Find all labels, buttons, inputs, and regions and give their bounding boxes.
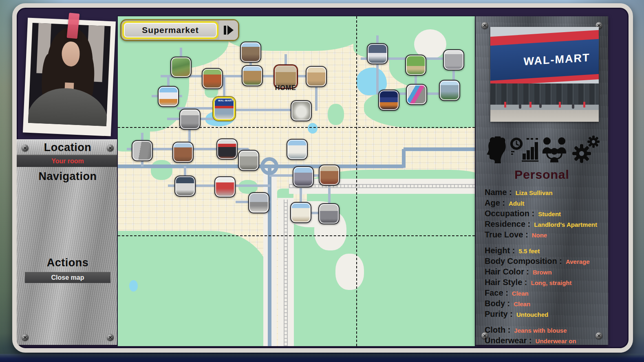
- field-label: Age :: [485, 198, 505, 208]
- district-divider: [356, 16, 357, 346]
- field-label: Hair Color :: [485, 267, 529, 277]
- map-marker-red-shop[interactable]: [216, 138, 238, 160]
- left-sidebar: Location Your room Navigation Actions Cl…: [17, 139, 119, 345]
- map-marker-night-club[interactable]: [378, 90, 399, 111]
- home-label: HOME: [268, 84, 304, 92]
- close-map-label: Close map: [51, 274, 84, 281]
- field-label: Cloth :: [485, 325, 510, 335]
- district-divider: [118, 235, 475, 236]
- map-pond: [129, 280, 138, 292]
- window-interior: Location Your room Navigation Actions Cl…: [17, 8, 629, 348]
- map-marker-city-panorama[interactable]: [306, 66, 327, 87]
- screw-icon: [22, 334, 29, 341]
- map-marker-market-row[interactable]: [240, 42, 261, 63]
- field-value: Untouched: [516, 309, 548, 320]
- map-marker-shopping-mall[interactable]: [248, 192, 269, 213]
- destination-display[interactable]: Supermarket: [122, 21, 218, 39]
- map-park: [328, 104, 344, 125]
- close-map-button[interactable]: Close map: [25, 272, 110, 283]
- screw-icon: [481, 22, 488, 29]
- bollard: [504, 102, 506, 108]
- settings-icon[interactable]: [570, 134, 601, 166]
- field-value: Underwear on: [536, 336, 576, 346]
- bollard: [583, 102, 585, 108]
- field-label: Body :: [485, 298, 510, 309]
- personal-field-hair-color: Hair Color :Brown: [485, 267, 604, 277]
- city-map: WAL-MART HOME Supermarket: [118, 16, 475, 346]
- current-location-bar: Your room: [17, 156, 119, 167]
- personal-fields: Name :Liza SullivanAge :AdultOccupation …: [485, 187, 604, 346]
- personal-section-title: Personal: [476, 168, 608, 182]
- map-marker-classic-mansion[interactable]: [287, 139, 308, 160]
- field-label: Height :: [485, 246, 515, 256]
- map-marker-hotel[interactable]: [174, 176, 196, 197]
- backdrop-road: [0, 354, 644, 362]
- field-value: None: [532, 230, 547, 240]
- railway: [284, 200, 288, 346]
- stats-tab-bar: [480, 132, 604, 168]
- map-marker-aerial-town[interactable]: [170, 57, 192, 78]
- personal-field-true-love: True Love :None: [485, 230, 604, 240]
- map-marker-apartment-block[interactable]: [439, 80, 460, 101]
- bollard: [529, 102, 532, 108]
- venue-parking-lot: [490, 110, 599, 122]
- bollard: [559, 102, 561, 108]
- map-marker-red-theater[interactable]: [214, 176, 236, 197]
- field-label: Body Composition :: [485, 256, 562, 266]
- field-label: True Love :: [485, 230, 528, 240]
- field-value: 5.5 feet: [518, 246, 540, 256]
- destination-label: Supermarket: [142, 25, 198, 35]
- field-value: Clean: [512, 288, 529, 298]
- current-location-label: Your room: [51, 158, 84, 165]
- venue-sign-text: WAL-MART: [499, 51, 590, 70]
- map-marker-market-street[interactable]: [293, 166, 314, 187]
- map-marker-arcade-theater[interactable]: [318, 203, 340, 224]
- field-value: Long, straight: [531, 278, 571, 288]
- navigation-title: Navigation: [38, 170, 97, 182]
- map-marker-brick-row[interactable]: [172, 142, 194, 163]
- field-value: Liza Sullivan: [516, 188, 553, 198]
- map-marker-supermarket[interactable]: WAL-MART: [213, 97, 235, 121]
- map-marker-highrise-district[interactable]: [158, 86, 179, 107]
- map-marker-white-church[interactable]: [290, 202, 311, 223]
- location-title: Location: [44, 141, 92, 154]
- map-marker-cathedral[interactable]: [367, 43, 388, 64]
- field-value: Brown: [533, 267, 552, 277]
- map-marker-stadium[interactable]: [291, 100, 312, 121]
- screw-icon: [107, 145, 114, 151]
- personal-field-body: Body :Clean: [485, 298, 604, 309]
- portrait-shirt: [28, 87, 110, 126]
- map-park: [118, 231, 269, 347]
- relationships-icon[interactable]: [539, 134, 570, 166]
- field-label: Purity :: [485, 309, 513, 319]
- personal-field-purity: Purity :Untouched: [485, 309, 604, 320]
- play-arrow-icon: [227, 25, 234, 35]
- field-value: Average: [566, 257, 590, 267]
- map-road: [404, 147, 475, 151]
- screw-icon: [22, 145, 29, 151]
- personal-field-hair-style: Hair Style :Long, straight: [485, 277, 604, 288]
- field-value: Adult: [509, 198, 524, 208]
- personal-field-body-composition: Body Composition :Average: [485, 256, 604, 267]
- map-marker-graffiti-shop[interactable]: [406, 84, 427, 105]
- map-marker-park-alley[interactable]: [405, 55, 426, 76]
- woman-profile-icon[interactable]: [483, 134, 510, 166]
- map-marker-trade-house[interactable]: [319, 165, 340, 186]
- map-marker-columned-hall[interactable]: [238, 150, 259, 171]
- map-pond: [308, 123, 318, 134]
- travel-button[interactable]: [219, 20, 238, 40]
- map-park: [151, 160, 172, 180]
- map-marker-gray-store[interactable]: [179, 109, 201, 130]
- field-value: Student: [538, 209, 561, 219]
- venue-storefront: [490, 83, 599, 105]
- map-marker-office-block[interactable]: [443, 49, 464, 70]
- destination-selector: Supermarket: [120, 19, 239, 41]
- railway: [289, 184, 475, 188]
- map-marker-school-park[interactable]: [202, 68, 223, 89]
- map-marker-old-facade[interactable]: [132, 140, 153, 161]
- shopper: [572, 104, 574, 109]
- step-forward-icon: [224, 26, 226, 35]
- map-marker-brick-house[interactable]: [242, 65, 263, 86]
- time-stats-icon[interactable]: [510, 134, 539, 166]
- game-screen: Location Your room Navigation Actions Cl…: [0, 0, 644, 362]
